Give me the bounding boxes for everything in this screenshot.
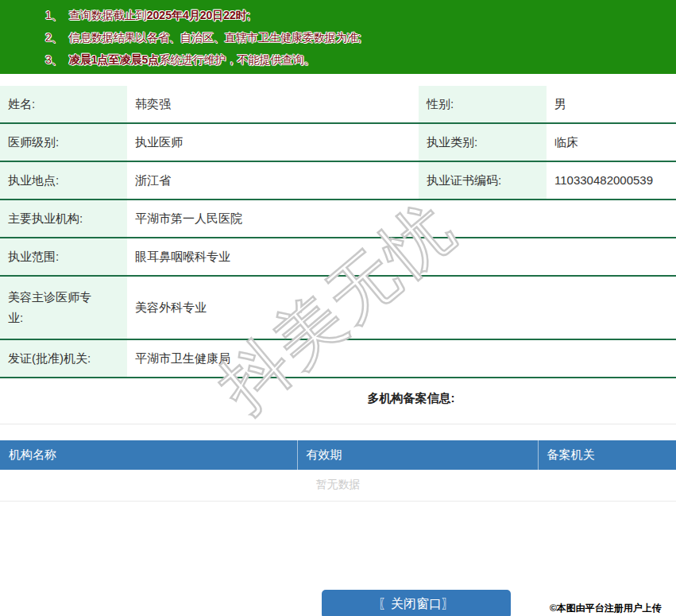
notice-bold-text: 2025年4月20日22时 [147,9,247,21]
field-label-main-institution: 主要执业机构: [0,200,127,238]
field-label-text: 美容主诊医师专业: [8,287,97,328]
record-table-header-row: 机构名称 有效期 备案机关 [0,440,676,470]
field-value-practice-location: 浙江省 [127,161,419,200]
field-value-gender: 男 [547,86,676,123]
table-row: 医师级别: 执业医师 执业类别: 临床 [0,123,676,161]
field-label-name: 姓名: [0,86,127,123]
record-table-empty-row: 暂无数据 [0,470,676,501]
notice-banner: 1、查询数据截止到2025年4月20日22时; 2、信息数据结果以各省、自治区、… [0,0,676,74]
field-value-certificate-number: 110330482000539 [547,161,676,200]
notice-number: 2、 [45,31,63,44]
empty-data-text: 暂无数据 [0,470,676,501]
field-value-issuing-authority: 平湖市卫生健康局 [127,339,676,378]
notice-line-1: 1、查询数据截止到2025年4月20日22时; [0,4,676,26]
notice-number: 3、 [45,53,63,66]
column-header-institution-name: 机构名称 [0,440,297,470]
field-value-doctor-level: 执业医师 [127,123,419,161]
notice-number: 1、 [45,9,63,21]
table-row: 执业范围: 眼耳鼻咽喉科专业 [0,238,676,276]
field-value-main-institution: 平湖市第一人民医院 [127,200,676,238]
column-header-validity-period: 有效期 [297,440,538,470]
table-row: 姓名: 韩奕强 性别: 男 [0,86,676,123]
field-label-issuing-authority: 发证(批准)机关: [0,339,127,378]
notice-text: ; [247,9,250,21]
field-value-practice-scope: 眼耳鼻咽喉科专业 [127,238,676,276]
table-row: 发证(批准)机关: 平湖市卫生健康局 [0,339,676,378]
field-label-certificate-number: 执业证书编码: [419,161,547,200]
field-value-cosmetic-specialty: 美容外科专业 [127,276,676,339]
table-row: 美容主诊医师专业: 美容外科专业 [0,276,676,339]
notice-text: 查询数据截止到 [69,9,147,21]
field-value-name: 韩奕强 [127,86,419,123]
multi-institution-section-title: 多机构备案信息: [73,391,676,407]
notice-bold-text: 凌晨1点至凌晨5点 [69,53,160,66]
field-label-practice-location: 执业地点: [0,161,127,200]
table-row: 主要执业机构: 平湖市第一人民医院 [0,200,676,238]
record-table: 机构名称 有效期 备案机关 暂无数据 [0,440,676,502]
field-label-practice-scope: 执业范围: [0,238,127,276]
notice-text: 信息数据结果以各省、自治区、直辖市卫生健康委数据为准; [69,31,361,44]
notice-line-2: 2、信息数据结果以各省、自治区、直辖市卫生健康委数据为准; [0,26,676,48]
column-header-record-authority: 备案机关 [538,440,676,470]
upload-credit-text: ©本图由平台注册用户上传 [550,602,662,615]
close-window-button[interactable]: 〖关闭窗口〗 [322,590,511,616]
field-label-gender: 性别: [419,86,547,123]
notice-text: 系统进行维护，不能提供查询。 [159,53,315,66]
notice-line-3: 3、凌晨1点至凌晨5点系统进行维护，不能提供查询。 [0,48,676,71]
practitioner-info-table: 姓名: 韩奕强 性别: 男 医师级别: 执业医师 执业类别: 临床 执业地点: … [0,86,676,378]
field-label-cosmetic-specialty: 美容主诊医师专业: [0,276,127,339]
field-label-practice-category: 执业类别: [419,123,547,161]
table-row: 执业地点: 浙江省 执业证书编码: 110330482000539 [0,161,676,200]
field-value-practice-category: 临床 [547,123,676,161]
field-label-doctor-level: 医师级别: [0,123,127,161]
divider [0,424,676,424]
